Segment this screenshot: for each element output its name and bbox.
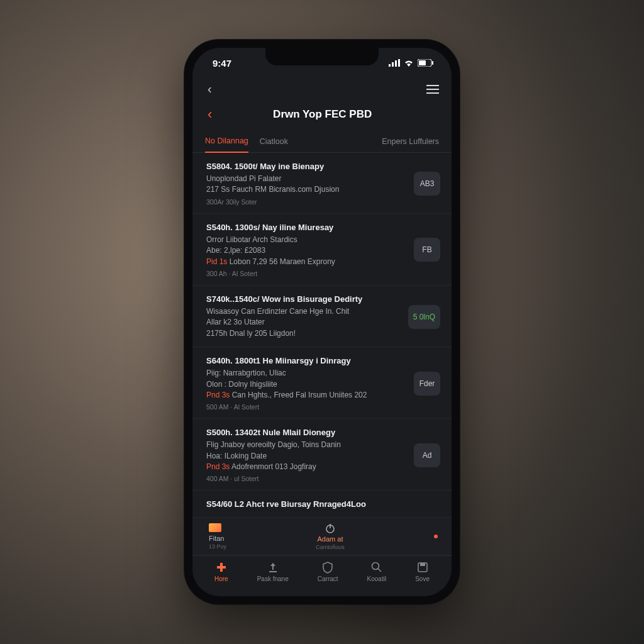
quick-left-label: Fitan [209, 535, 224, 542]
phone-frame: 9:47 ‹ ‹ Drwn Yop FEC PBD No Dilannag Ci… [184, 39, 460, 605]
svg-rect-3 [398, 59, 400, 67]
wifi-icon [404, 59, 414, 67]
list-item[interactable]: S5804. 1500t/ May ine Bienapy Unoplondad… [192, 153, 452, 214]
item-line: Orror Liibotar Arch Stardics [206, 235, 406, 245]
svg-rect-8 [426, 89, 439, 90]
svg-rect-0 [389, 64, 391, 67]
tabs: No Dilannag Ciatlook Enpers Luffulers [192, 131, 452, 153]
item-meta: 400 AM · ul Sotert [206, 475, 406, 482]
svg-line-16 [378, 569, 381, 572]
list-item[interactable]: S54/60 L2 Ahct rve Biursay Rnraged4Loo [192, 491, 452, 511]
save-icon [416, 561, 429, 574]
svg-point-15 [372, 563, 379, 570]
tab-ciatlook[interactable]: Ciatlook [260, 132, 288, 152]
status-time: 9:47 [213, 58, 231, 69]
item-line: Pnd 3s Adofrenmort 013 Jogfiray [206, 462, 406, 472]
item-badge[interactable]: FB [414, 238, 440, 262]
plus-icon [215, 561, 228, 574]
upload-icon [267, 561, 279, 574]
svg-rect-1 [392, 62, 394, 67]
item-line: Abe: 2,lpe: £2083 [206, 245, 406, 256]
battery-icon [418, 59, 434, 67]
item-heading: S54/60 L2 Ahct rve Biursay Rnraged4Loo [206, 499, 440, 509]
item-line: 2175h Dnal ly 205 Liigdon! [206, 328, 401, 339]
tabbar-home[interactable]: Hore [214, 561, 228, 582]
tabbar-pask[interactable]: Pask fnane [257, 561, 289, 582]
item-badge[interactable]: AB3 [414, 172, 440, 196]
search-icon [370, 561, 383, 574]
svg-rect-2 [395, 60, 397, 67]
screen: 9:47 ‹ ‹ Drwn Yop FEC PBD No Dilannag Ci… [192, 48, 452, 596]
tabbar-sove[interactable]: Sove [415, 561, 430, 582]
tabbar-carract[interactable]: Carract [318, 561, 338, 582]
tab-enpers[interactable]: Enpers Luffulers [382, 132, 439, 152]
quick-right[interactable] [434, 535, 438, 538]
item-meta: 500 AM · Al Sotert [206, 403, 406, 411]
item-badge[interactable]: Ad [414, 443, 440, 467]
tab-bar: Hore Pask fnane Carract Kooatil Sove [192, 555, 452, 596]
quick-left-sub: 13 Poy [209, 543, 226, 550]
signal-icon [389, 59, 400, 67]
item-heading: S640h. 1800t1 He Miinarsgy i Dinragy [206, 356, 406, 365]
item-heading: S500h. 13402t Nule Mlail Dionegy [206, 428, 406, 437]
list-item[interactable]: S640h. 1800t1 He Miinarsgy i Dinragy Pii… [192, 347, 452, 419]
tabbar-kooatil[interactable]: Kooatil [367, 561, 387, 582]
svg-rect-6 [432, 61, 433, 65]
item-line: Piig: Narrabgrtion, Uliac [206, 368, 406, 379]
list-item[interactable]: S500h. 13402t Nule Mlail Dionegy Flig Jn… [192, 419, 452, 491]
quick-center-sub: Camtofious [316, 544, 345, 550]
item-line: 217 Ss Fauch RM Bicranis.com Djusion [206, 184, 406, 195]
back-chevron-icon[interactable]: ‹ [205, 79, 214, 99]
quick-center-label: Adam at [318, 535, 343, 543]
svg-rect-18 [420, 563, 425, 566]
item-line: Pnd 3s Can Hghts., Freed Fal Irsum Uniit… [206, 390, 406, 401]
item-line: Allar k2 3o Utater [206, 317, 401, 328]
item-meta: 300Ar 30ily Soter [206, 198, 406, 206]
list-item[interactable]: S740k..1540c/ Wow ins Bisurage Dedirty W… [192, 286, 452, 347]
back-accent-icon[interactable]: ‹ [205, 105, 214, 124]
item-line: Wisaasoy Can Erdinzter Cane Hge In. Chit [206, 306, 401, 317]
item-line: Pid 1s Lobon 7,29 56 Maraen Exprony [206, 257, 406, 267]
svg-rect-13 [217, 566, 226, 569]
item-badge[interactable]: Fder [414, 372, 440, 396]
notification-dot-icon [434, 535, 438, 538]
svg-rect-14 [269, 571, 277, 572]
notch [265, 48, 379, 65]
list[interactable]: S5804. 1500t/ May ine Bienapy Unoplondad… [192, 153, 452, 517]
item-heading: S540h. 1300s/ Nay iline Miuresay [206, 223, 406, 232]
tab-nodilannag[interactable]: No Dilannag [205, 131, 248, 153]
status-icons [389, 59, 434, 67]
item-heading: S5804. 1500t/ May ine Bienapy [206, 162, 406, 171]
quick-center[interactable]: Adam at Camtofious [316, 523, 345, 550]
hamburger-menu-icon[interactable] [426, 85, 439, 94]
page-title: Drwn Yop FEC PBD [223, 108, 421, 121]
item-line: Flig Jnaboy eoreoilty Dagio, Toins Danin [206, 440, 406, 450]
nav-row: ‹ [192, 75, 452, 101]
item-line: Hoa: ILoking Date [206, 451, 406, 462]
item-line: Olon : Dolny Ihigsliite [206, 379, 406, 390]
quick-row: Fitan 13 Poy Adam at Camtofious [192, 517, 452, 555]
card-icon [209, 523, 221, 532]
item-badge[interactable]: 5 0lnQ [408, 305, 440, 329]
shield-icon [321, 561, 334, 574]
title-row: ‹ Drwn Yop FEC PBD [192, 101, 452, 131]
power-icon [325, 523, 336, 534]
item-meta: 300 Ah · Al Sotert [206, 270, 406, 277]
item-line: Unoplondad Pi Falater [206, 174, 406, 184]
svg-rect-7 [426, 85, 439, 86]
svg-rect-9 [426, 92, 439, 94]
item-heading: S740k..1540c/ Wow ins Bisurage Dedirty [206, 294, 401, 304]
quick-left[interactable]: Fitan 13 Poy [209, 523, 226, 550]
svg-rect-5 [419, 60, 426, 65]
list-item[interactable]: S540h. 1300s/ Nay iline Miuresay Orror L… [192, 214, 452, 286]
